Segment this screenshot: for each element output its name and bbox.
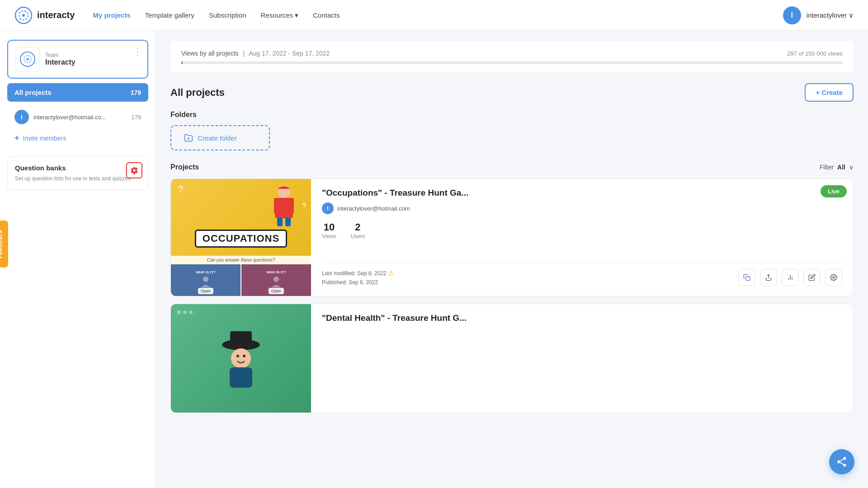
feedback-tab[interactable]: Feedback: [0, 221, 8, 267]
author-avatar: I: [322, 202, 334, 214]
occupations-text: OCCUPATIONS: [171, 230, 311, 248]
svg-rect-23: [230, 331, 252, 346]
views-number: 10: [322, 221, 336, 233]
settings-icon: [830, 274, 837, 281]
question-banks-card: Question banks Set up question lists for…: [7, 156, 148, 190]
users-label: Users: [351, 233, 365, 239]
svg-rect-12: [277, 217, 283, 226]
filter-value: All: [837, 164, 845, 171]
main-content: Views by all projects | Aug 17, 2022 - S…: [156, 31, 868, 488]
avatar: I: [783, 6, 801, 24]
chat-button[interactable]: [829, 449, 854, 474]
question-banks-desc: Set up question lists for use in tests a…: [15, 174, 141, 183]
svg-point-5: [27, 58, 29, 61]
plus-icon: +: [14, 133, 19, 143]
views-bar: Views by all projects | Aug 17, 2022 - S…: [170, 42, 854, 72]
character-icon: [270, 183, 297, 229]
nav-contacts[interactable]: Contacts: [313, 11, 340, 19]
edit-button[interactable]: [803, 269, 821, 286]
settings-button[interactable]: [825, 269, 842, 286]
svg-point-25: [236, 355, 239, 357]
nav-links: My projects Template gallery Subscriptio…: [93, 11, 764, 19]
filter-dropdown[interactable]: Filter All ∨: [820, 164, 854, 171]
projects-header: All projects + Create: [170, 83, 854, 102]
dental-project-info: "Dental Health" - Treasure Hunt G...: [311, 304, 853, 413]
dental-thumbnail: [171, 304, 311, 413]
share-icon: [765, 274, 772, 281]
live-badge: Live: [821, 185, 847, 197]
thumbnail-dots: [177, 310, 193, 314]
question-banks-settings-button[interactable]: [126, 162, 142, 178]
project-card-inner-dental: "Dental Health" - Treasure Hunt G...: [171, 304, 853, 413]
author-email: interactylover@hotmail.com: [337, 205, 410, 212]
layout: Team Interacty ⋮ All projects 179 I inte…: [0, 0, 868, 488]
chat-icon: [836, 456, 848, 468]
svg-point-15: [274, 277, 279, 282]
invite-label: Invite members: [23, 135, 66, 142]
svg-rect-11: [288, 198, 294, 214]
member-avatar: I: [14, 110, 29, 124]
nav-resources[interactable]: Resources ▾: [261, 11, 299, 19]
dental-character-icon: [218, 327, 264, 390]
published-date: Published: Sep 6, 2022: [322, 278, 394, 287]
svg-rect-13: [285, 217, 291, 226]
svg-point-26: [243, 355, 245, 357]
project-card-dental: "Dental Health" - Treasure Hunt G...: [170, 304, 854, 413]
views-header: Views by all projects | Aug 17, 2022 - S…: [181, 50, 843, 57]
silhouette-icon-2: [269, 275, 283, 288]
projects-title: All projects: [170, 87, 225, 99]
svg-rect-10: [274, 198, 279, 214]
user-name[interactable]: interactylover ∨: [807, 11, 854, 19]
chevron-down-icon: ∨: [849, 11, 854, 19]
projects-list-header: Projects Filter All ∨: [170, 163, 854, 171]
nav-my-projects[interactable]: My projects: [93, 11, 130, 19]
projects-list-label: Projects: [170, 163, 199, 171]
share-button[interactable]: [760, 269, 777, 286]
nav-right: I interactylover ∨: [783, 6, 854, 24]
dental-thumbnail-main: [171, 304, 311, 413]
project-name: "Occupations" - Treasure Hunt Ga...: [322, 188, 842, 198]
sub-thumbnail-2: WHO IS IT? Open: [241, 264, 311, 296]
sub-thumbnail-1: WHO IS IT? Open: [171, 264, 241, 296]
all-projects-button[interactable]: All projects 179: [7, 83, 148, 102]
invite-members-button[interactable]: + Invite members: [7, 129, 148, 147]
member-row: I interactylover@hotmail.co... 179: [7, 105, 148, 129]
views-label: Views: [322, 233, 336, 239]
stat-users: 2 Users: [351, 221, 365, 239]
navbar: interacty My projects Template gallery S…: [0, 0, 868, 31]
stat-views: 10 Views: [322, 221, 336, 239]
project-stats: 10 Views 2 Users: [322, 221, 842, 239]
logo[interactable]: interacty: [14, 6, 75, 24]
last-modified: Last modified: Sep 8, 2022 ⚠: [322, 268, 394, 278]
team-label: Team: [45, 52, 140, 58]
project-info: "Occupations" - Treasure Hunt Ga... I in…: [311, 179, 853, 296]
dental-project-name: "Dental Health" - Treasure Hunt G...: [322, 313, 842, 323]
svg-point-2: [22, 14, 25, 17]
open-badge-1: Open: [198, 288, 213, 294]
gear-icon: [130, 166, 138, 174]
project-card: Live: [170, 178, 854, 296]
nav-template-gallery[interactable]: Template gallery: [145, 11, 194, 19]
views-title: Views by all projects | Aug 17, 2022 - S…: [181, 50, 330, 57]
question-banks-title: Question banks: [15, 164, 141, 172]
stats-button[interactable]: [782, 269, 799, 286]
project-author: I interactylover@hotmail.com: [322, 202, 842, 214]
views-progress-fill: [181, 61, 183, 64]
project-thumbnail-main: ? ? OCCUPATIONS: [171, 179, 311, 256]
nav-subscription[interactable]: Subscription: [209, 11, 246, 19]
svg-rect-27: [230, 367, 252, 388]
create-folder-button[interactable]: Create folder: [170, 125, 270, 150]
views-progress-track: [181, 61, 843, 64]
create-folder-label: Create folder: [198, 134, 237, 142]
duplicate-icon: [743, 274, 750, 281]
users-number: 2: [351, 221, 365, 233]
duplicate-button[interactable]: [738, 269, 755, 286]
svg-point-24: [231, 348, 251, 368]
member-email: interactylover@hotmail.co...: [33, 114, 127, 121]
logo-icon: [14, 6, 33, 24]
logo-text: interacty: [37, 10, 75, 20]
svg-point-21: [833, 277, 835, 278]
team-menu-button[interactable]: ⋮: [133, 46, 142, 57]
all-projects-count: 179: [131, 89, 141, 96]
create-button[interactable]: + Create: [805, 83, 854, 102]
